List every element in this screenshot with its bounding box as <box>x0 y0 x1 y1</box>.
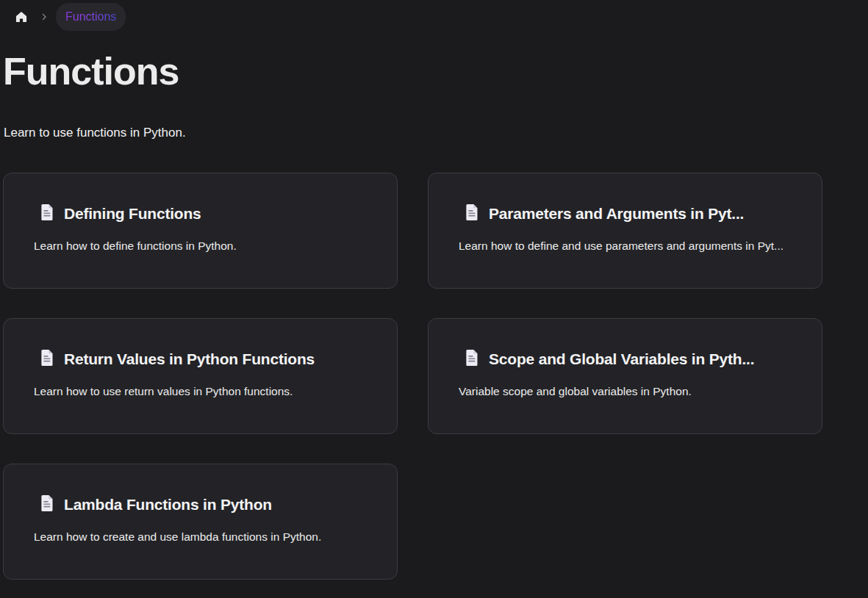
card-lambda-functions[interactable]: Lambda Functions in Python Learn how to … <box>3 464 398 580</box>
card-description: Learn how to define and use parameters a… <box>459 239 792 253</box>
breadcrumb-current-label: Functions <box>65 10 116 24</box>
card-title: Parameters and Arguments in Pyt... <box>489 205 744 223</box>
card-title: Scope and Global Variables in Pyth... <box>489 350 754 368</box>
card-title-row: Parameters and Arguments in Pyt... <box>465 204 792 223</box>
card-title: Return Values in Python Functions <box>64 350 315 368</box>
breadcrumb-current-item: Functions <box>56 3 126 31</box>
card-description: Learn how to use return values in Python… <box>34 384 367 399</box>
breadcrumb: Functions <box>15 3 868 31</box>
file-text-icon <box>40 494 54 515</box>
card-description: Variable scope and global variables in P… <box>459 384 792 399</box>
file-text-icon <box>40 349 54 370</box>
card-title-row: Return Values in Python Functions <box>40 350 367 369</box>
card-title: Lambda Functions in Python <box>64 496 272 514</box>
file-text-icon <box>465 349 479 370</box>
card-description: Learn how to define functions in Python. <box>34 239 367 253</box>
page-title: Functions <box>3 48 868 94</box>
card-grid: Defining Functions Learn how to define f… <box>3 173 868 580</box>
breadcrumb-home-link[interactable] <box>15 10 28 24</box>
card-defining-functions[interactable]: Defining Functions Learn how to define f… <box>3 173 398 289</box>
card-title-row: Scope and Global Variables in Pyth... <box>465 350 792 369</box>
card-scope-and-global-variables[interactable]: Scope and Global Variables in Pyth... Va… <box>428 318 822 434</box>
file-text-icon <box>40 203 54 224</box>
card-parameters-and-arguments[interactable]: Parameters and Arguments in Pyt... Learn… <box>428 173 822 289</box>
chevron-right-icon <box>40 12 49 21</box>
home-icon <box>15 10 28 24</box>
card-title-row: Lambda Functions in Python <box>40 495 367 514</box>
card-description: Learn how to create and use lambda funct… <box>34 530 367 544</box>
card-title: Defining Functions <box>64 205 201 223</box>
card-return-values[interactable]: Return Values in Python Functions Learn … <box>3 318 398 434</box>
card-title-row: Defining Functions <box>40 204 367 223</box>
file-text-icon <box>465 203 479 224</box>
page-description: Learn to use functions in Python. <box>4 124 868 142</box>
